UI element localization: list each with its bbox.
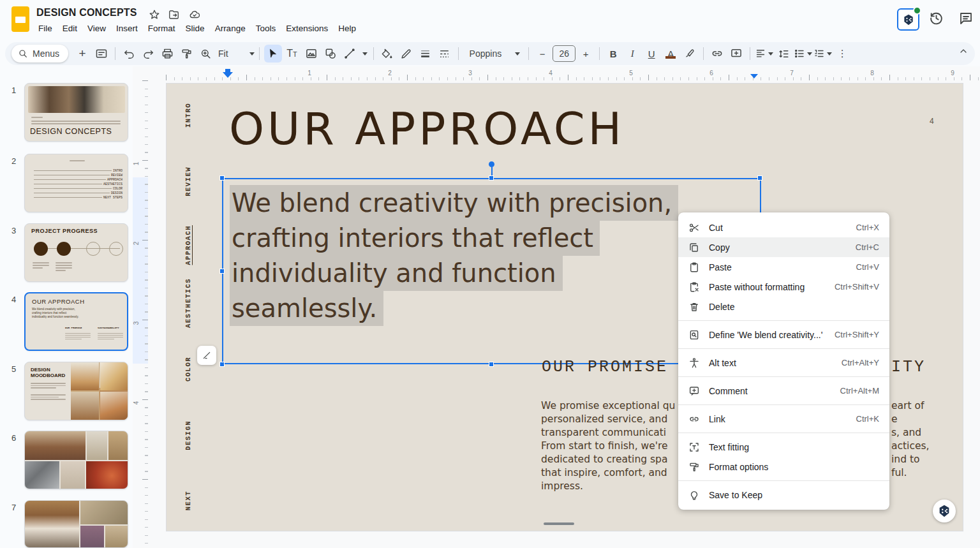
extension-floating-button[interactable]	[933, 500, 956, 522]
cloud-saved-icon[interactable]	[188, 9, 201, 20]
context-menu-text-fitting[interactable]: Text fitting	[678, 437, 889, 457]
menu-tools[interactable]: Tools	[251, 22, 281, 35]
resize-handle-s[interactable]	[489, 362, 494, 367]
scroll-handle[interactable]	[544, 522, 574, 525]
resize-handle-w[interactable]	[219, 269, 225, 274]
floating-tool-chip[interactable]	[197, 346, 216, 365]
insert-shape-button[interactable]	[322, 45, 339, 63]
promise-heading[interactable]: OUR PROMISE	[542, 358, 668, 376]
context-menu-delete[interactable]: Delete	[678, 297, 889, 316]
slide-thumbnail-3[interactable]: PROJECT PROGRESS	[24, 223, 128, 282]
undo-button[interactable]	[120, 45, 138, 63]
menu-help[interactable]: Help	[333, 22, 361, 35]
font-size-input[interactable]: 26	[553, 45, 575, 62]
slide-number: 7	[11, 503, 16, 512]
new-slide-button[interactable]: +	[73, 45, 91, 63]
resize-handle-ne[interactable]	[757, 175, 762, 181]
line-spacing-button[interactable]	[775, 45, 792, 63]
menu-extensions[interactable]: Extensions	[281, 22, 333, 35]
accessibility-icon	[688, 357, 700, 369]
menu-arrange[interactable]: Arrange	[210, 22, 251, 35]
thumbnail-title: OUR APPROACH	[32, 298, 85, 305]
border-weight-button[interactable]	[417, 45, 434, 63]
slide-thumbnail-5[interactable]: DESIGN MOODBOARD	[24, 362, 128, 420]
fill-color-button[interactable]	[378, 45, 396, 63]
search-menus-button[interactable]: Menus	[11, 45, 68, 63]
context-menu-save-to-keep[interactable]: Save to Keep	[678, 485, 889, 505]
right-indent-marker[interactable]	[750, 74, 758, 78]
scissors-icon	[688, 222, 700, 233]
menu-edit[interactable]: Edit	[57, 22, 82, 35]
slide-thumbnail-4-selected[interactable]: OUR APPROACH We blend creativity with pr…	[24, 292, 128, 351]
comments-icon[interactable]	[958, 11, 974, 26]
menus-label: Menus	[33, 48, 59, 59]
collapse-toolbar-icon[interactable]	[958, 46, 969, 56]
resize-handle-sw[interactable]	[219, 362, 225, 367]
trash-icon	[688, 301, 700, 313]
context-menu-cut[interactable]: CutCtrl+X	[678, 218, 889, 237]
context-menu-paste-without-formatting[interactable]: Paste without formattingCtrl+Shift+V	[678, 277, 889, 297]
promise-body[interactable]: We promise exceptional qu personalized s…	[541, 399, 675, 493]
more-options-button[interactable]: ⋮	[833, 45, 851, 63]
insert-link-button[interactable]	[708, 45, 726, 63]
bulleted-list-button[interactable]	[794, 45, 812, 63]
paint-format-button[interactable]	[177, 45, 195, 63]
version-history-icon[interactable]	[928, 10, 944, 26]
add-comment-button[interactable]	[727, 45, 745, 63]
menu-format[interactable]: Format	[143, 22, 181, 35]
align-button[interactable]	[755, 45, 773, 63]
star-icon[interactable]	[149, 9, 160, 20]
thumbnail-photo	[87, 431, 107, 460]
decrease-font-button[interactable]: −	[533, 45, 551, 63]
redo-button[interactable]	[139, 45, 157, 63]
document-title[interactable]: DESIGN CONCEPTS	[36, 7, 137, 19]
slide-thumbnail-2[interactable]: INTRO REVIEW APPROACH AESTHETICS COLOR D…	[24, 154, 128, 212]
bold-button[interactable]: B	[604, 45, 622, 63]
increase-font-button[interactable]: +	[577, 45, 595, 63]
underline-button[interactable]: U	[642, 45, 660, 63]
dictionary-icon	[688, 329, 700, 341]
slide-title[interactable]: OUR APPROACH	[229, 103, 625, 155]
resize-handle-nw[interactable]	[219, 175, 225, 181]
text-box-button[interactable]: TT	[283, 45, 301, 63]
menu-view[interactable]: View	[82, 22, 111, 35]
context-menu-comment[interactable]: CommentCtrl+Alt+M	[678, 381, 889, 401]
context-menu-format-options[interactable]: Format options	[678, 457, 889, 477]
slide-thumbnail-6[interactable]	[24, 431, 128, 489]
select-tool-button[interactable]	[264, 45, 282, 63]
insert-line-button[interactable]	[341, 45, 359, 63]
context-menu-link[interactable]: LinkCtrl+K	[678, 409, 889, 429]
border-dash-button[interactable]	[436, 45, 454, 63]
border-color-button[interactable]	[397, 45, 415, 63]
slide-thumbnail-1[interactable]: DESIGN CONCEPTS	[24, 83, 128, 142]
move-folder-icon[interactable]	[168, 9, 180, 20]
zoom-button[interactable]	[197, 45, 214, 63]
font-family-select[interactable]: Poppins	[463, 45, 524, 63]
context-menu-define[interactable]: Define 'We blend creativity...'Ctrl+Shif…	[678, 325, 889, 344]
menu-slide[interactable]: Slide	[181, 22, 210, 35]
rotate-handle[interactable]	[489, 161, 494, 167]
slides-logo-icon[interactable]	[11, 6, 29, 32]
menu-insert[interactable]: Insert	[111, 22, 143, 35]
horizontal-ruler[interactable]: 1 2 3 4 5 6 7 8 9	[166, 68, 980, 80]
text-color-button[interactable]: A	[662, 45, 679, 63]
side-nav-review: REVIEW	[184, 167, 192, 196]
highlight-color-button[interactable]	[681, 45, 699, 63]
context-menu-alt-text[interactable]: Alt textCtrl+Alt+Y	[678, 353, 889, 373]
numbered-list-button[interactable]	[813, 45, 832, 63]
italic-button[interactable]: I	[623, 45, 641, 63]
context-menu-copy[interactable]: CopyCtrl+C	[678, 237, 889, 257]
sustainability-body-fragments: eart of e s, and actices, ind to ful.	[891, 399, 929, 480]
text-fitting-icon	[688, 441, 700, 453]
print-button[interactable]	[158, 45, 176, 63]
left-indent-marker[interactable]	[223, 72, 233, 78]
slide-thumbnail-7[interactable]	[24, 500, 128, 548]
slide-layout-button[interactable]	[93, 45, 110, 63]
vertical-ruler[interactable]: 1 2 3 4	[133, 80, 148, 548]
resize-handle-n[interactable]	[489, 175, 494, 181]
context-menu-paste[interactable]: PasteCtrl+V	[678, 257, 889, 277]
menu-file[interactable]: File	[33, 22, 57, 35]
insert-image-button[interactable]	[302, 45, 320, 63]
line-options-caret[interactable]	[360, 45, 369, 63]
zoom-select[interactable]: Fit	[216, 45, 255, 63]
